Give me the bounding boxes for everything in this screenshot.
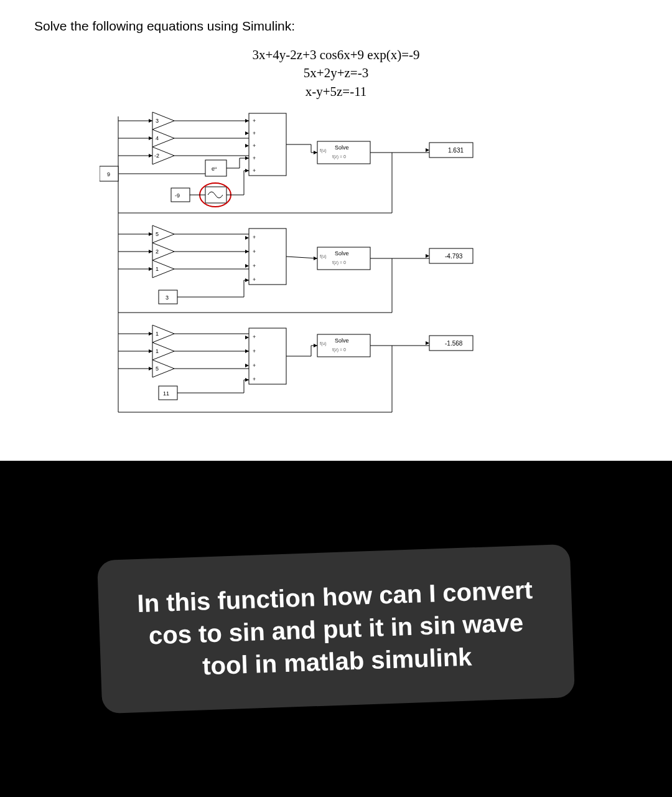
svg-rect-6 bbox=[171, 188, 190, 202]
svg-text:+: + bbox=[253, 143, 256, 149]
svg-marker-99 bbox=[245, 349, 249, 353]
gain-3: -2 bbox=[154, 153, 159, 159]
svg-marker-74 bbox=[314, 257, 317, 260]
question-card: In this function how can I convert cos t… bbox=[97, 544, 575, 714]
svg-marker-32 bbox=[245, 156, 249, 160]
const-11: 11 bbox=[163, 390, 169, 397]
svg-marker-21 bbox=[149, 154, 152, 158]
display-1: 1.631 bbox=[448, 147, 464, 154]
svg-text:+: + bbox=[253, 130, 256, 136]
svg-marker-37 bbox=[245, 169, 249, 172]
svg-line-73 bbox=[286, 257, 317, 258]
svg-marker-95 bbox=[149, 367, 152, 370]
question-text: In this function how can I convert cos t… bbox=[132, 573, 539, 685]
svg-marker-64 bbox=[245, 236, 249, 240]
prompt-text: Solve the following equations using Simu… bbox=[34, 19, 638, 34]
solve-label-2b: f(z) = 0 bbox=[332, 260, 346, 265]
gain-11: 1 bbox=[156, 348, 159, 354]
svg-text:+: + bbox=[253, 155, 256, 161]
svg-text:+: + bbox=[253, 276, 256, 283]
svg-text:+: + bbox=[253, 234, 256, 240]
const-9: 9 bbox=[107, 171, 110, 177]
svg-marker-68 bbox=[245, 264, 249, 268]
question-section: In this function how can I convert cos t… bbox=[0, 461, 672, 797]
gain-2: 4 bbox=[156, 135, 159, 141]
svg-text:+: + bbox=[253, 118, 256, 124]
svg-marker-19 bbox=[149, 136, 152, 140]
svg-text:+: + bbox=[253, 362, 256, 369]
solve-label-2a: Solve bbox=[335, 250, 349, 257]
svg-text:+: + bbox=[253, 334, 256, 340]
solve-prefix-2: f(u) bbox=[320, 254, 327, 259]
svg-marker-91 bbox=[149, 332, 152, 336]
svg-text:+: + bbox=[253, 263, 256, 269]
solve-prefix-1: f(u) bbox=[320, 148, 327, 153]
svg-marker-109 bbox=[314, 344, 317, 347]
solve-prefix-3: f(u) bbox=[320, 341, 327, 346]
problem-section: Solve the following equations using Simu… bbox=[0, 0, 672, 461]
gain-1: 3 bbox=[156, 118, 159, 124]
svg-text:+: + bbox=[253, 167, 256, 174]
svg-marker-23 bbox=[245, 119, 249, 123]
exp-block: eᵘ bbox=[212, 166, 217, 172]
svg-marker-43 bbox=[426, 148, 429, 152]
simulink-diagram: 3 4 -2 9 eᵘ -9 +++++ f(u) Solve f(z) = 0… bbox=[100, 107, 572, 437]
gain-8: 1 bbox=[156, 266, 159, 272]
svg-marker-41 bbox=[314, 151, 317, 154]
svg-text:+: + bbox=[253, 348, 256, 354]
svg-marker-97 bbox=[245, 336, 249, 339]
svg-text:+: + bbox=[253, 376, 256, 382]
svg-marker-60 bbox=[149, 250, 152, 253]
display-2: -4.793 bbox=[445, 253, 463, 260]
svg-marker-58 bbox=[149, 232, 152, 236]
svg-rect-7 bbox=[205, 187, 226, 203]
svg-text:+: + bbox=[253, 248, 256, 255]
svg-marker-101 bbox=[245, 364, 249, 367]
solve-label-3b: f(z) = 0 bbox=[332, 347, 346, 352]
gain-10: 1 bbox=[156, 331, 159, 337]
svg-marker-105 bbox=[245, 378, 249, 382]
diagram-svg: 3 4 -2 9 eᵘ -9 +++++ f(u) Solve f(z) = 0… bbox=[100, 107, 572, 437]
solve-label-3a: Solve bbox=[335, 337, 349, 344]
svg-marker-17 bbox=[149, 119, 152, 123]
solve-label-1a: Solve bbox=[335, 144, 349, 151]
equation-2: 5x+2y+z=-3 bbox=[34, 64, 638, 82]
gain-12: 5 bbox=[156, 365, 159, 372]
const-3: 3 bbox=[166, 295, 169, 301]
svg-marker-66 bbox=[245, 250, 249, 253]
gain-6: 5 bbox=[156, 231, 159, 237]
solve-label-1b: f(z) = 0 bbox=[332, 154, 346, 159]
gain-7: 2 bbox=[156, 248, 159, 255]
svg-marker-93 bbox=[149, 349, 152, 353]
equations-block: 3x+4y-2z+3 cos6x+9 exp(x)=-9 5x+2y+z=-3 … bbox=[34, 46, 638, 101]
svg-marker-72 bbox=[245, 278, 249, 282]
equation-3: x-y+5z=-11 bbox=[34, 83, 638, 101]
svg-marker-25 bbox=[245, 131, 249, 135]
svg-marker-76 bbox=[426, 254, 429, 258]
svg-marker-111 bbox=[426, 341, 429, 345]
svg-marker-62 bbox=[149, 267, 152, 271]
equation-1: 3x+4y-2z+3 cos6x+9 exp(x)=-9 bbox=[34, 46, 638, 64]
display-3: -1.568 bbox=[445, 340, 463, 347]
const-neg9: -9 bbox=[175, 192, 180, 199]
svg-marker-27 bbox=[245, 144, 249, 148]
